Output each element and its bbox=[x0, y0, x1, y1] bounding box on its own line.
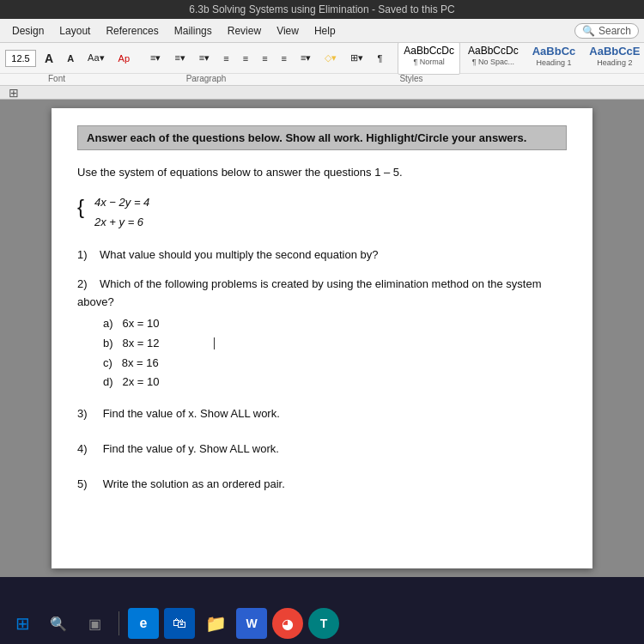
question-4: 4) Find the value of y. Show ALL work. bbox=[77, 440, 567, 459]
search-icon: 🔍 bbox=[582, 25, 595, 37]
ruler-toggle-icon[interactable]: ⊞ bbox=[9, 86, 19, 100]
document-area: Answer each of the questions below. Show… bbox=[0, 100, 644, 577]
style-h2[interactable]: AaBbCcE Heading 2 bbox=[583, 42, 644, 75]
title-text: 6.3b Solving Systems using Elimination -… bbox=[189, 3, 454, 15]
choice-b: b) 8x = 12 bbox=[103, 335, 567, 353]
font-aa[interactable]: Aa▾ bbox=[82, 50, 109, 66]
align-right[interactable]: ≡ bbox=[257, 51, 272, 66]
font-ap[interactable]: Ap bbox=[113, 51, 135, 66]
menu-view[interactable]: View bbox=[270, 22, 306, 39]
font-section-label: Font bbox=[5, 74, 108, 83]
task-view-icon: ▣ bbox=[88, 616, 101, 632]
styles-section-label: Styles bbox=[304, 74, 519, 83]
menu-help[interactable]: Help bbox=[307, 22, 343, 39]
choice-d-text: 2x = 10 bbox=[122, 375, 159, 388]
folder-icon[interactable]: 📁 bbox=[200, 608, 231, 639]
choice-b-letter: b) bbox=[103, 337, 113, 349]
word-logo: W bbox=[246, 617, 257, 630]
q2-text: Which of the following problems is creat… bbox=[77, 277, 542, 308]
list-numbered[interactable]: ≡▾ bbox=[169, 50, 190, 66]
style-h1-sub: Heading 1 bbox=[536, 58, 571, 67]
equation-system: { 4x − 2y = 4 2x + y = 6 bbox=[86, 192, 567, 233]
teams-logo: T bbox=[320, 617, 328, 630]
question-3: 3) Find the value of x. Show ALL work. bbox=[77, 405, 567, 423]
choice-a-letter: a) bbox=[103, 317, 113, 330]
line-spacing[interactable]: ≡▾ bbox=[295, 50, 316, 66]
search-label: Search bbox=[598, 25, 631, 37]
intro-text: Use the system of equations below to ans… bbox=[77, 166, 403, 179]
store-icon[interactable]: 🛍 bbox=[164, 608, 195, 639]
q5-num: 5) bbox=[77, 477, 88, 490]
teams-icon[interactable]: T bbox=[308, 608, 339, 639]
q4-text: Find the value of y. Show ALL work. bbox=[103, 442, 279, 455]
windows-icon: ⊞ bbox=[15, 613, 30, 634]
list-bullet[interactable]: ≡▾ bbox=[145, 50, 166, 66]
align-justify[interactable]: ≡ bbox=[276, 51, 292, 66]
store-logo: 🛍 bbox=[173, 616, 186, 631]
q1-text: What value should you multiply the secon… bbox=[100, 248, 378, 261]
style-h1-label: AaBbCc bbox=[532, 45, 576, 58]
menu-bar: Design Layout References Mailings Review… bbox=[0, 19, 644, 43]
q4-num: 4) bbox=[77, 442, 88, 455]
menu-review[interactable]: Review bbox=[221, 22, 268, 39]
pilcrow[interactable]: ¶ bbox=[372, 51, 387, 66]
ribbon-toolbar: A A Aa▾ Ap ≡▾ ≡▾ ≡▾ ≡ ≡ ≡ ≡ ≡▾ ◇▾ ⊞▾ ¶ A… bbox=[0, 43, 644, 74]
doc-intro: Use the system of equations below to ans… bbox=[77, 164, 567, 182]
style-h2-sub: Heading 2 bbox=[597, 58, 632, 67]
search-box[interactable]: 🔍 Search bbox=[574, 23, 639, 39]
choice-list: a) 6x = 10 b) 8x = 12 c) 8x = 16 bbox=[103, 315, 567, 392]
style-normal-label: AaBbCcDc bbox=[404, 45, 454, 57]
menu-design[interactable]: Design bbox=[5, 22, 51, 39]
task-view-button[interactable]: ▣ bbox=[79, 608, 110, 639]
choice-c-letter: c) bbox=[103, 356, 112, 369]
q2-num: 2) bbox=[77, 277, 88, 290]
taskbar-search-icon: 🔍 bbox=[50, 616, 67, 632]
windows-start-button[interactable]: ⊞ bbox=[7, 608, 38, 639]
text-cursor bbox=[214, 337, 215, 349]
indent-decrease[interactable]: ≡▾ bbox=[194, 50, 215, 66]
question-1: 1) What value should you multiply the se… bbox=[77, 246, 567, 264]
eq-lines: 4x − 2y = 4 2x + y = 6 bbox=[94, 192, 567, 233]
style-nospac-sub: ¶ No Spac... bbox=[472, 58, 514, 66]
question-2: 2) Which of the following problems is cr… bbox=[77, 276, 567, 392]
taskbar-search[interactable]: 🔍 bbox=[43, 608, 74, 639]
ribbon: A A Aa▾ Ap ≡▾ ≡▾ ≡▾ ≡ ≡ ≡ ≡ ≡▾ ◇▾ ⊞▾ ¶ A… bbox=[0, 43, 644, 86]
eq-brace: { bbox=[77, 192, 84, 222]
eq1: 4x − 2y = 4 bbox=[94, 192, 567, 212]
style-nospac[interactable]: AaBbCcDc ¶ No Spac... bbox=[462, 42, 525, 75]
edge-icon[interactable]: e bbox=[128, 608, 159, 639]
chrome-icon[interactable]: ◕ bbox=[272, 608, 303, 639]
style-normal[interactable]: AaBbCcDc ¶ Normal bbox=[398, 42, 460, 75]
choice-d-letter: d) bbox=[103, 375, 113, 388]
taskbar: ⊞ 🔍 ▣ e 🛍 📁 W ◕ T bbox=[0, 603, 644, 644]
borders[interactable]: ⊞▾ bbox=[345, 50, 368, 66]
font-a-small[interactable]: A bbox=[62, 51, 79, 66]
word-icon[interactable]: W bbox=[236, 608, 267, 639]
paragraph-section-label: Paragraph bbox=[112, 74, 301, 83]
q1-num: 1) bbox=[77, 248, 88, 261]
align-left[interactable]: ≡ bbox=[218, 51, 234, 66]
menu-layout[interactable]: Layout bbox=[52, 22, 97, 39]
title-bar: 6.3b Solving Systems using Elimination -… bbox=[0, 0, 644, 19]
doc-content: Use the system of equations below to ans… bbox=[77, 164, 567, 494]
align-center[interactable]: ≡ bbox=[238, 51, 253, 66]
document-page: Answer each of the questions below. Show… bbox=[52, 108, 592, 568]
style-nospac-label: AaBbCcDc bbox=[468, 45, 519, 57]
q3-text: Find the value of x. Show ALL work. bbox=[103, 407, 280, 420]
style-h2-label: AaBbCcE bbox=[589, 45, 640, 58]
shading[interactable]: ◇▾ bbox=[319, 50, 342, 66]
question-5: 5) Write the solution as an ordered pair… bbox=[77, 476, 567, 494]
folder-logo: 📁 bbox=[205, 613, 227, 634]
choice-a: a) 6x = 10 bbox=[103, 315, 567, 333]
menu-mailings[interactable]: Mailings bbox=[167, 22, 219, 39]
q3-num: 3) bbox=[77, 407, 88, 420]
ruler-area: ⊞ bbox=[0, 86, 644, 100]
choice-b-text: 8x = 12 bbox=[122, 337, 159, 349]
font-size-input[interactable] bbox=[5, 50, 36, 67]
ribbon-section-labels: Font Paragraph Styles bbox=[0, 74, 644, 85]
choice-d: d) 2x = 10 bbox=[103, 374, 567, 392]
taskbar-sep bbox=[118, 611, 119, 635]
style-h1[interactable]: AaBbCc Heading 1 bbox=[526, 42, 582, 75]
menu-references[interactable]: References bbox=[99, 22, 165, 39]
font-a-large[interactable]: A bbox=[39, 49, 58, 68]
